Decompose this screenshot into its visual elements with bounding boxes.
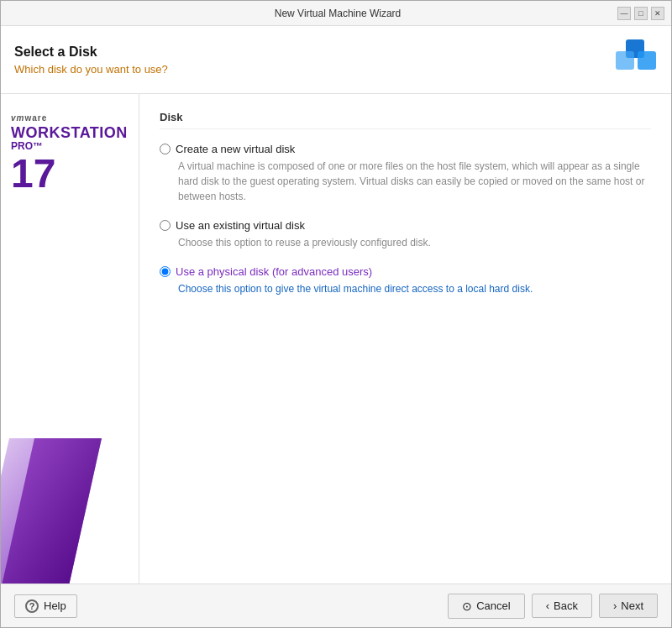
existing-disk-desc: Choose this option to reuse a previously… [178, 235, 651, 250]
existing-disk-row[interactable]: Use an existing virtual disk [160, 219, 651, 232]
cancel-label: Cancel [476, 599, 510, 612]
new-disk-radio[interactable] [160, 144, 171, 154]
footer-left: ? Help [14, 594, 77, 618]
new-disk-row[interactable]: Create a new virtual disk [160, 143, 651, 155]
section-title: Disk [160, 111, 651, 129]
close-button[interactable]: ✕ [651, 7, 664, 20]
vmware-text: vmware [11, 113, 47, 123]
svg-rect-2 [616, 51, 634, 70]
existing-disk-radio[interactable] [160, 220, 171, 231]
sidebar: vmware WORKSTATION PRO™ 17 [1, 94, 139, 584]
restore-button[interactable]: □ [634, 7, 648, 20]
vm-part: vm [11, 113, 24, 123]
existing-disk-option: Use an existing virtual disk Choose this… [160, 219, 651, 250]
main-content: vmware WORKSTATION PRO™ 17 [1, 94, 671, 584]
next-button[interactable]: › Next [599, 594, 658, 618]
header-area: Select a Disk Which disk do you want to … [1, 26, 671, 94]
physical-disk-option: Use a physical disk (for advanced users)… [160, 265, 651, 296]
new-disk-desc: A virtual machine is composed of one or … [178, 159, 651, 204]
vmware-logo: vmware [11, 111, 47, 123]
window: New Virtual Machine Wizard — □ ✕ Select … [0, 0, 672, 628]
page-subtitle: Which disk do you want to use? [14, 63, 168, 76]
cancel-icon: ⊙ [462, 599, 472, 613]
next-label: Next [621, 599, 643, 612]
next-icon: › [613, 599, 617, 612]
window-title: New Virtual Machine Wizard [58, 8, 617, 19]
workstation-label: WORKSTATION [11, 125, 128, 140]
title-bar: New Virtual Machine Wizard — □ ✕ [1, 1, 671, 26]
footer-right: ⊙ Cancel ‹ Back › Next [448, 594, 658, 619]
physical-disk-desc: Choose this option to give the virtual m… [178, 281, 651, 296]
page-title: Select a Disk [14, 44, 168, 60]
window-controls: — □ ✕ [617, 7, 664, 20]
header-text: Select a Disk Which disk do you want to … [14, 44, 168, 76]
help-button[interactable]: ? Help [14, 594, 77, 618]
physical-disk-label[interactable]: Use a physical disk (for advanced users) [176, 265, 372, 278]
sidebar-decoration [1, 430, 127, 584]
footer: ? Help ⊙ Cancel ‹ Back › Next [1, 584, 671, 627]
back-button[interactable]: ‹ Back [532, 594, 592, 618]
vmware-header-icon [614, 38, 658, 81]
ware-part: ware [24, 113, 47, 123]
content-panel: Disk Create a new virtual disk A virtual… [139, 94, 671, 584]
physical-disk-radio[interactable] [160, 266, 171, 277]
help-icon: ? [25, 599, 39, 613]
pro-label: PRO™ [11, 140, 43, 152]
new-disk-label[interactable]: Create a new virtual disk [176, 143, 295, 155]
existing-disk-label[interactable]: Use an existing virtual disk [176, 219, 305, 232]
new-disk-option: Create a new virtual disk A virtual mach… [160, 143, 651, 204]
cancel-button[interactable]: ⊙ Cancel [448, 594, 524, 619]
help-label: Help [44, 599, 66, 612]
back-icon: ‹ [546, 599, 549, 612]
svg-rect-1 [638, 51, 656, 70]
physical-disk-row[interactable]: Use a physical disk (for advanced users) [160, 265, 651, 278]
back-label: Back [554, 599, 578, 612]
minimize-button[interactable]: — [617, 7, 631, 20]
version-number: 17 [11, 154, 55, 194]
